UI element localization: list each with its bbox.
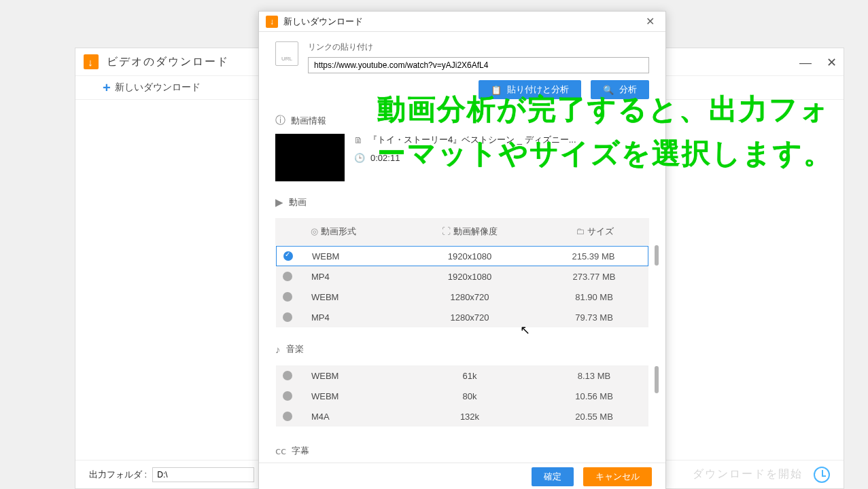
audio-format-row[interactable]: WEBM61k8.13 MB	[276, 365, 648, 386]
row-format: M4A	[311, 412, 393, 422]
link-paste-label: リンクの貼り付け	[308, 41, 649, 53]
row-resolution: 1280x720	[393, 312, 546, 323]
plus-icon: +	[103, 80, 111, 96]
bg-title: ビデオのダウンロード	[107, 55, 229, 69]
video-icon: ▶	[275, 196, 283, 209]
row-resolution: 1920x1080	[393, 272, 546, 282]
output-folder-input[interactable]	[152, 467, 254, 482]
url-icon	[275, 41, 298, 66]
row-resolution: 1280x720	[393, 292, 546, 302]
clipboard-icon: 📋	[491, 85, 502, 95]
format-icon: ◎	[311, 226, 318, 236]
dialog-title: 新しいダウンロード	[283, 16, 363, 28]
video-section-label: 動画	[289, 196, 307, 209]
cancel-button[interactable]: キャンセル	[583, 467, 652, 486]
audio-format-grid: WEBM61k8.13 MBWEBM80k10.56 MBM4A132k20.5…	[275, 365, 649, 427]
close-button[interactable]: ✕	[827, 56, 838, 69]
video-format-row[interactable]: MP41280x72079.73 MB	[276, 307, 648, 327]
new-download-button[interactable]: 新しいダウンロード	[115, 82, 201, 94]
info-icon: ⓘ	[275, 114, 285, 127]
row-size: 79.73 MB	[546, 312, 642, 323]
video-format-grid: ◎動画形式 ⛶動画解像度 🗀サイズ WEBM1920x1080215.39 MB…	[275, 218, 649, 328]
row-radio[interactable]	[283, 391, 292, 401]
resolution-icon: ⛶	[442, 226, 451, 236]
row-format: WEBM	[311, 292, 393, 302]
minimize-button[interactable]: —	[799, 56, 813, 69]
row-format: WEBM	[312, 251, 394, 261]
row-radio[interactable]	[283, 251, 293, 261]
row-size: 273.77 MB	[546, 272, 642, 282]
video-info-label: 動画情報	[291, 115, 326, 127]
row-size: 8.13 MB	[546, 371, 642, 381]
analyze-button[interactable]: 🔍 分析	[591, 80, 649, 99]
start-download-disabled: ダウンロードを開始	[693, 467, 803, 482]
row-format: WEBM	[311, 391, 393, 401]
row-bitrate: 80k	[393, 391, 546, 401]
row-format: MP4	[311, 312, 393, 323]
dialog-app-icon: ↓	[266, 16, 278, 28]
paste-analyze-button[interactable]: 📋 貼り付けと分析	[479, 80, 581, 99]
app-icon: ↓	[84, 54, 99, 69]
video-format-row[interactable]: WEBM1280x72081.90 MB	[276, 287, 648, 307]
row-radio[interactable]	[283, 412, 292, 421]
file-icon: 🗎	[354, 135, 363, 145]
cc-icon: ᴄᴄ	[275, 445, 286, 457]
row-radio[interactable]	[283, 371, 292, 380]
row-size: 10.56 MB	[546, 391, 642, 401]
audio-grid-scrollbar[interactable]	[655, 366, 659, 393]
dialog-titlebar: ↓ 新しいダウンロード ✕	[259, 12, 665, 32]
row-size: 81.90 MB	[546, 292, 642, 302]
row-format: WEBM	[311, 371, 393, 381]
clock-icon[interactable]	[814, 467, 830, 483]
row-resolution: 1920x1080	[394, 251, 546, 261]
row-radio[interactable]	[283, 292, 292, 302]
row-radio[interactable]	[283, 312, 292, 322]
search-icon: 🔍	[603, 85, 614, 95]
video-title: 『トイ・ストーリー4』ベストシーン _ ディズニー...	[368, 134, 576, 146]
row-size: 215.39 MB	[546, 251, 641, 261]
audio-section-label: 音楽	[286, 343, 304, 355]
video-duration: 0:02:11	[370, 153, 400, 163]
audio-format-row[interactable]: M4A132k20.55 MB	[276, 406, 648, 427]
row-radio[interactable]	[283, 272, 292, 281]
video-format-row[interactable]: MP41920x1080273.77 MB	[276, 266, 648, 287]
confirm-button[interactable]: 確定	[532, 467, 574, 486]
clock-small-icon: 🕒	[354, 153, 365, 163]
video-grid-scrollbar[interactable]	[655, 245, 659, 266]
row-format: MP4	[311, 272, 393, 282]
output-folder-label: 出力フォルダ :	[89, 469, 147, 481]
video-format-row[interactable]: WEBM1920x1080215.39 MB	[276, 246, 648, 266]
size-icon: 🗀	[576, 226, 585, 236]
audio-format-row[interactable]: WEBM80k10.56 MB	[276, 386, 648, 406]
video-meta: 🗎 『トイ・ストーリー4』ベストシーン _ ディズニー... 🕒 0:02:11	[354, 134, 576, 181]
row-bitrate: 61k	[393, 371, 546, 381]
new-download-dialog: ↓ 新しいダウンロード ✕ リンクの貼り付け 📋 貼り付けと分析 🔍 分析	[258, 11, 666, 489]
row-bitrate: 132k	[393, 412, 546, 422]
row-size: 20.55 MB	[546, 412, 642, 422]
subtitle-section-label: 字幕	[292, 445, 309, 457]
video-thumbnail	[275, 134, 345, 181]
url-input[interactable]	[308, 57, 649, 73]
music-icon: ♪	[275, 344, 281, 355]
dialog-close-button[interactable]: ✕	[641, 15, 659, 28]
